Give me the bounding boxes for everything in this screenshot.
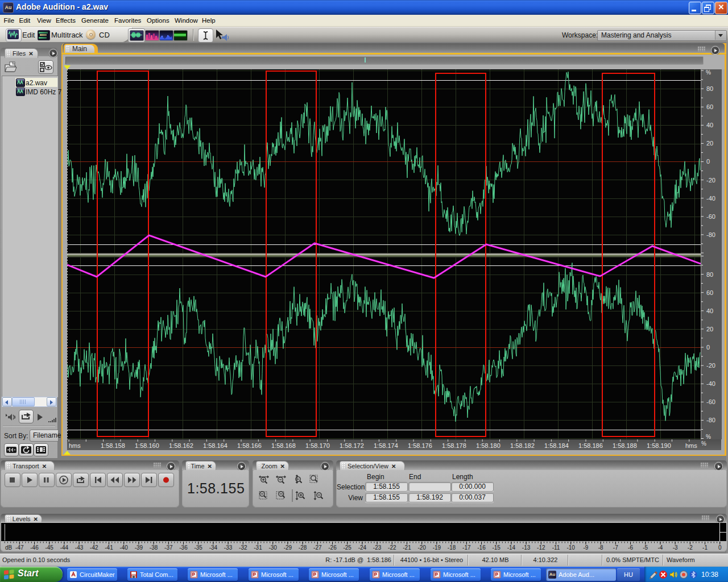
svg-text:60: 60 [706, 103, 713, 110]
svg-text:-80: -80 [706, 231, 715, 238]
svg-text:80: 80 [706, 85, 713, 92]
svg-text:-30: -30 [268, 544, 277, 551]
svg-text:-39: -39 [135, 544, 143, 551]
svg-text:-35: -35 [194, 544, 202, 551]
svg-text:-33: -33 [224, 544, 233, 551]
svg-text:40: 40 [706, 307, 713, 314]
svg-text:-34: -34 [209, 544, 218, 551]
svg-text:-20: -20 [417, 544, 426, 551]
svg-text:0: 0 [706, 344, 710, 351]
svg-text:-42: -42 [90, 544, 98, 551]
svg-text:-3: -3 [673, 544, 678, 551]
svg-text:-25: -25 [343, 544, 351, 551]
svg-text:-11: -11 [552, 544, 560, 551]
svg-text:-16: -16 [477, 544, 486, 551]
svg-text:-14: -14 [507, 544, 516, 551]
svg-text:-8: -8 [598, 544, 603, 551]
svg-text:-4: -4 [657, 544, 663, 551]
svg-text:-24: -24 [358, 544, 367, 551]
svg-text:-22: -22 [388, 544, 396, 551]
svg-text:-18: -18 [448, 544, 456, 551]
svg-text:-32: -32 [239, 544, 247, 551]
svg-text:20: 20 [706, 326, 713, 332]
svg-text:-80: -80 [706, 417, 715, 423]
svg-text:-19: -19 [433, 544, 441, 551]
svg-text:-1: -1 [702, 544, 708, 551]
svg-text:-40: -40 [706, 195, 715, 202]
svg-text:-60: -60 [706, 213, 715, 220]
svg-text:%: % [706, 69, 711, 76]
svg-text:-15: -15 [492, 544, 500, 551]
svg-text:80: 80 [706, 271, 713, 278]
svg-text:40: 40 [706, 122, 713, 128]
svg-text:-27: -27 [313, 544, 322, 551]
svg-text:-47: -47 [15, 544, 24, 551]
svg-text:-28: -28 [299, 544, 307, 551]
svg-text:-44: -44 [60, 544, 69, 551]
svg-text:-36: -36 [179, 544, 188, 551]
svg-text:dB: dB [5, 544, 13, 551]
svg-text:-6: -6 [628, 544, 633, 551]
svg-text:-23: -23 [373, 544, 382, 551]
svg-text:-46: -46 [30, 544, 39, 551]
svg-text:-10: -10 [566, 544, 575, 551]
svg-text:-26: -26 [328, 544, 337, 551]
svg-text:-60: -60 [706, 398, 715, 405]
svg-text:0: 0 [706, 158, 710, 165]
svg-text:%: % [706, 434, 711, 439]
svg-text:-12: -12 [537, 544, 545, 551]
svg-text:-31: -31 [254, 544, 262, 551]
svg-text:-5: -5 [643, 544, 648, 551]
svg-text:-17: -17 [462, 544, 471, 551]
svg-text:-20: -20 [706, 362, 715, 369]
svg-text:-41: -41 [105, 544, 113, 551]
svg-text:-45: -45 [45, 544, 53, 551]
svg-text:-29: -29 [284, 544, 292, 551]
svg-text:-20: -20 [706, 177, 715, 184]
svg-text:-7: -7 [613, 544, 618, 551]
svg-text:-9: -9 [583, 544, 588, 551]
svg-text:-40: -40 [706, 380, 715, 387]
svg-text:-43: -43 [75, 544, 84, 551]
svg-text:-38: -38 [150, 544, 158, 551]
svg-text:-40: -40 [119, 544, 128, 551]
svg-text:20: 20 [706, 140, 713, 147]
svg-text:0: 0 [718, 544, 722, 551]
svg-text:60: 60 [706, 289, 713, 296]
svg-text:-13: -13 [522, 544, 531, 551]
svg-text:-2: -2 [688, 544, 693, 551]
svg-text:-37: -37 [164, 544, 173, 551]
svg-text:-21: -21 [403, 544, 411, 551]
